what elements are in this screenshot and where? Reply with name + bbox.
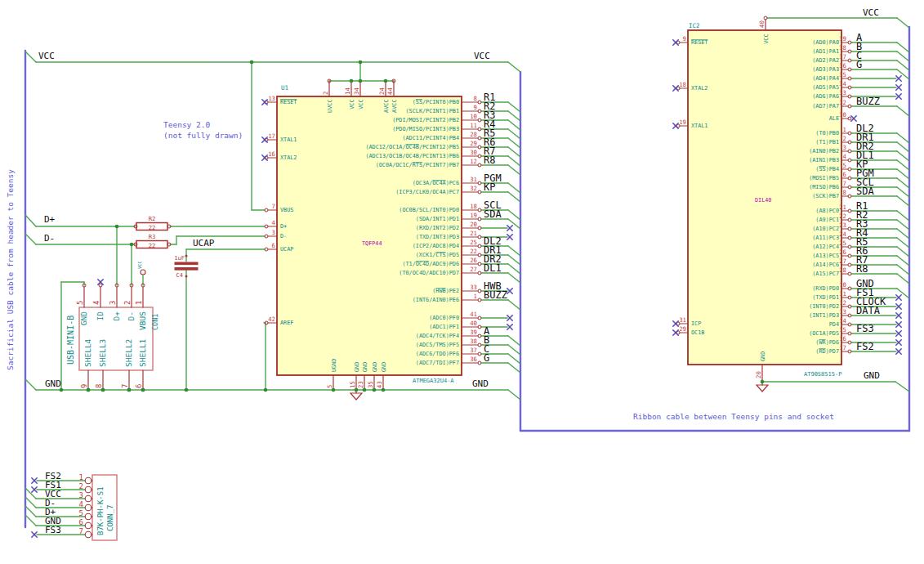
noconnect-x [33, 480, 35, 481]
u1-pin-name: VCC [349, 100, 355, 110]
u1-pin-number: 32 [470, 185, 477, 192]
noconnect-x [33, 534, 35, 535]
ic2-pin-name: (MOSI)PB5 [809, 175, 839, 181]
net-label: SDA [856, 186, 874, 197]
ic2-pin-number: 6 [843, 171, 846, 178]
u1-pin-number: 9 [474, 104, 477, 111]
ic2-pin-name: (A11)PC3 [812, 235, 839, 241]
noconnect-x [675, 332, 676, 333]
u1-pin-name: (HWB)PE2 [432, 288, 459, 294]
u1-pin-number: 42 [268, 316, 275, 323]
u1-pin-name: (ADC7/TDI)PF7 [416, 360, 459, 366]
noconnect-x [675, 323, 676, 325]
con1-value: USB-MINI-B [66, 316, 75, 365]
gnd-symbol [757, 385, 768, 392]
net-label: VCC [863, 7, 879, 18]
ic2-pin-name: (AD6)PA6 [812, 93, 839, 100]
ic2-pin-name: (INT0)PD2 [809, 303, 839, 310]
net-label: FS3 [45, 525, 61, 535]
net-label: D+ [44, 214, 56, 225]
junction-dot [130, 243, 134, 247]
u1-pin-name: (ADC1)PF1 [429, 324, 459, 330]
net-label: GND [45, 378, 61, 389]
schematic-svg: U1TQFP44ATMEGA32U4-A(SS/PCINT0)PB08R1(SC… [0, 0, 924, 564]
u1-pin-number: 27 [470, 266, 477, 273]
u1-pin-name: AREF [280, 320, 293, 326]
ribbon-note: Ribbon cable between Teensy pins and soc… [633, 412, 834, 421]
noconnect-x [509, 227, 511, 229]
ic2-pin-name: (INT1)PD3 [809, 312, 839, 319]
conn7-pin-number: 3 [79, 491, 83, 499]
u1-pin-number: 30 [470, 149, 477, 156]
u1-pin-name: D- [280, 233, 287, 239]
con1-pin-name: D- [127, 311, 136, 320]
u1-pin-number: 5 [326, 385, 333, 388]
u1-pin-number: 19 [470, 212, 477, 219]
noconnect-x [898, 315, 899, 316]
c4-plate-bottom [175, 268, 198, 271]
conn7-value: B7K-PH-K-S1 [96, 486, 105, 535]
noconnect-x [898, 87, 899, 88]
noconnect-x [509, 290, 511, 292]
junction-dot [185, 388, 189, 392]
con1-pin-number: 3 [109, 301, 117, 305]
ic2-pin-number: 30 [839, 111, 846, 119]
u1-pin-name: (SS/PCINT0)PB0 [413, 99, 459, 105]
ic2-pin-number: 9 [683, 35, 686, 43]
net-label: GND [472, 378, 489, 389]
u1-pin-name: XTAL1 [280, 137, 297, 143]
noconnect-x [853, 118, 855, 119]
conn7-pin-pad [85, 495, 92, 502]
u1-pin-number: 14 [344, 87, 351, 95]
u1-pin-name: XTAL2 [280, 154, 297, 161]
ic2-pin-name: (AD0)PA0 [812, 39, 839, 46]
ic2-pin-number: 25 [839, 239, 846, 247]
u1-pin-number: 39 [470, 329, 477, 336]
conn7-pin-number: 1 [79, 473, 83, 481]
ic2-pin-number: 20 [755, 371, 762, 378]
ic2-ref: IC2 [689, 22, 700, 29]
u1-pin-number: 11 [470, 122, 477, 129]
ic2-pin-number: 3 [843, 144, 846, 151]
ic2-pin-number: 29 [679, 325, 686, 333]
teensy-note: (not fully drawn) [163, 131, 243, 140]
con1-pin-name: ID [96, 311, 105, 321]
c4-value: 1uF [174, 255, 185, 262]
u1-pin-number: 12 [470, 158, 477, 165]
u1-pin-name: UGND [331, 359, 337, 372]
u1-pin-name: (XCK1/CTS)PD5 [416, 252, 459, 258]
net-label: GND [864, 370, 880, 381]
con1-pin-name: SHELL1 [138, 338, 147, 367]
ic2-pin-name: (T1)PB1 [815, 139, 839, 145]
junction-dot [359, 79, 363, 83]
sacrificial-cable-note: Sacrificial USB cable from header to Tee… [6, 169, 15, 370]
junction-dot [761, 380, 765, 384]
ic2-pin-number: 27 [839, 257, 846, 265]
con1-pin-number: 2 [123, 301, 132, 305]
u1-pin-name: (INT6/AIN0)PE6 [413, 297, 459, 303]
noconnect-x [898, 342, 899, 343]
u1-pin-number: 24 [378, 87, 386, 95]
noconnect-x [898, 96, 899, 97]
conn7-pin-pad [85, 504, 92, 511]
ic2-pin-number: 13 [839, 308, 846, 316]
ic2-pin-number: 36 [839, 62, 846, 69]
conn7-pin-pad [85, 513, 92, 520]
ic2-pin-name: (RXD)PD0 [812, 285, 839, 292]
u1-pin-name: (ADC11/PCINT4)PB4 [402, 135, 459, 141]
conn7-pin-pad [85, 522, 92, 529]
u1-pin-name: (ADC12/OC1A/OC4B/PCINT12)PB5 [365, 144, 459, 150]
conn7-pin-number: 5 [79, 509, 83, 517]
noconnect-x [675, 42, 676, 43]
con1-pin-number: 1 [135, 301, 143, 305]
con1-pin-name: SHELL2 [124, 339, 133, 367]
ic2-pin-name: ALE [829, 115, 839, 122]
con1-pin-name: GND [79, 311, 88, 325]
u1-pin-number: 38 [470, 338, 477, 345]
net-label: SDA [484, 208, 502, 220]
u1-pin-name: GND [362, 362, 368, 372]
u1-pin-name: (OC0A/OC1C/RTS/PCINT7)PB7 [376, 162, 459, 168]
components [79, 20, 848, 540]
ic2-pin-number: 16 [839, 335, 846, 342]
ic2-pin-name: (SS)PB4 [815, 166, 839, 172]
